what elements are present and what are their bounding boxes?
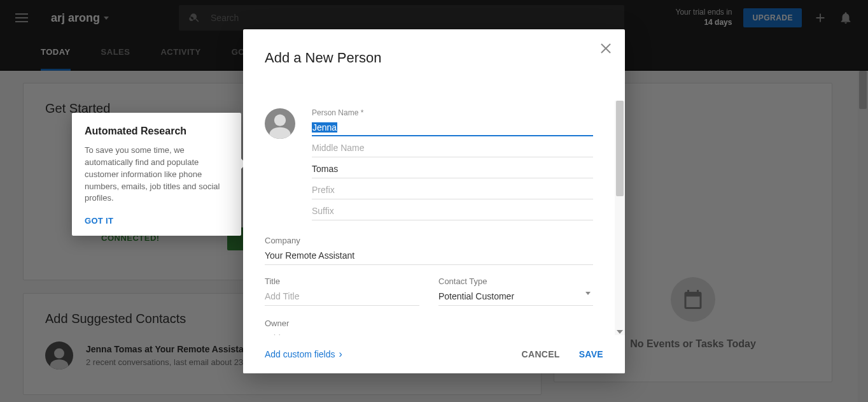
popover-body: To save you some time, we automatically … xyxy=(85,145,228,205)
add-custom-fields-link[interactable]: Add custom fields › xyxy=(265,348,342,360)
person-name-label: Person Name * xyxy=(312,108,593,117)
contact-type-label: Contact Type xyxy=(438,276,593,286)
modal-title: Add a New Person xyxy=(265,50,603,66)
company-field[interactable] xyxy=(265,247,593,265)
modal-scrollbar[interactable] xyxy=(615,101,625,335)
chevron-down-icon xyxy=(585,292,591,295)
first-name-value: Jenna xyxy=(312,122,337,133)
cancel-button[interactable]: CANCEL xyxy=(522,349,560,359)
popover-title: Automated Research xyxy=(85,126,228,137)
scroll-thumb[interactable] xyxy=(616,101,624,196)
chevron-right-icon: › xyxy=(339,348,342,360)
close-icon[interactable] xyxy=(599,42,612,55)
suffix-field[interactable] xyxy=(312,202,593,220)
first-name-field[interactable]: Jenna xyxy=(312,118,593,136)
middle-name-field[interactable] xyxy=(312,139,593,157)
owner-field[interactable] xyxy=(265,329,423,335)
contact-type-select[interactable]: Potential Customer xyxy=(438,287,593,306)
last-name-field[interactable] xyxy=(312,160,593,178)
owner-label: Owner xyxy=(265,319,593,328)
modal-body: Person Name * Jenna Company Title Contac… xyxy=(243,101,615,335)
scroll-down-icon[interactable] xyxy=(617,327,623,334)
modal-footer: Add custom fields › CANCEL SAVE xyxy=(243,335,625,373)
title-label: Title xyxy=(265,276,419,286)
title-field[interactable] xyxy=(265,287,419,306)
got-it-button[interactable]: GOT IT xyxy=(85,216,228,226)
research-popover: Automated Research To save you some time… xyxy=(72,113,241,236)
add-person-modal: Add a New Person Person Name * Jenna Com… xyxy=(243,29,625,373)
person-avatar[interactable] xyxy=(265,108,295,139)
svg-point-1 xyxy=(274,115,286,126)
company-label: Company xyxy=(265,236,593,245)
save-button[interactable]: SAVE xyxy=(579,349,603,359)
prefix-field[interactable] xyxy=(312,181,593,199)
